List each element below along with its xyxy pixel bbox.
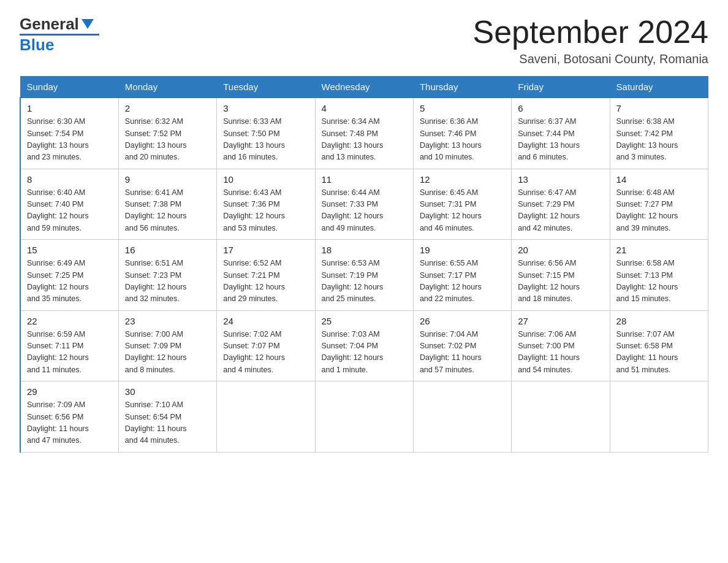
col-sunday: Sunday: [20, 77, 118, 98]
calendar-week-row: 8Sunrise: 6:40 AM Sunset: 7:40 PM Daylig…: [20, 169, 708, 240]
day-info: Sunrise: 6:47 AM Sunset: 7:29 PM Dayligh…: [518, 187, 603, 235]
day-info: Sunrise: 6:55 AM Sunset: 7:17 PM Dayligh…: [420, 258, 505, 305]
calendar-header-row: Sunday Monday Tuesday Wednesday Thursday…: [20, 77, 708, 98]
day-number: 19: [420, 245, 505, 255]
day-info: Sunrise: 6:41 AM Sunset: 7:38 PM Dayligh…: [125, 187, 210, 235]
table-row: 2Sunrise: 6:32 AM Sunset: 7:52 PM Daylig…: [118, 98, 216, 169]
day-number: 4: [322, 103, 407, 113]
logo-text-general: General: [20, 15, 79, 34]
table-row: 19Sunrise: 6:55 AM Sunset: 7:17 PM Dayli…: [413, 240, 511, 311]
day-info: Sunrise: 6:49 AM Sunset: 7:25 PM Dayligh…: [27, 258, 112, 305]
day-info: Sunrise: 7:09 AM Sunset: 6:56 PM Dayligh…: [27, 399, 112, 447]
day-info: Sunrise: 6:40 AM Sunset: 7:40 PM Dayligh…: [27, 187, 112, 235]
day-info: Sunrise: 6:56 AM Sunset: 7:15 PM Dayligh…: [518, 258, 603, 305]
day-number: 17: [223, 245, 308, 255]
table-row: 10Sunrise: 6:43 AM Sunset: 7:36 PM Dayli…: [217, 169, 315, 240]
table-row: 18Sunrise: 6:53 AM Sunset: 7:19 PM Dayli…: [315, 240, 413, 311]
table-row: 7Sunrise: 6:38 AM Sunset: 7:42 PM Daylig…: [610, 98, 708, 169]
day-info: Sunrise: 7:02 AM Sunset: 7:07 PM Dayligh…: [223, 329, 308, 377]
logo-triangle-icon: [82, 19, 94, 31]
day-info: Sunrise: 6:48 AM Sunset: 7:27 PM Dayligh…: [616, 187, 702, 235]
table-row: 29Sunrise: 7:09 AM Sunset: 6:56 PM Dayli…: [20, 381, 118, 453]
table-row: 13Sunrise: 6:47 AM Sunset: 7:29 PM Dayli…: [512, 169, 610, 240]
day-info: Sunrise: 7:00 AM Sunset: 7:09 PM Dayligh…: [125, 329, 210, 377]
day-number: 16: [125, 245, 210, 255]
table-row: 26Sunrise: 7:04 AM Sunset: 7:02 PM Dayli…: [413, 310, 511, 381]
table-row: 21Sunrise: 6:58 AM Sunset: 7:13 PM Dayli…: [610, 240, 708, 311]
col-friday: Friday: [512, 77, 610, 98]
day-number: 30: [125, 386, 210, 397]
table-row: 1Sunrise: 6:30 AM Sunset: 7:54 PM Daylig…: [20, 98, 118, 169]
location-subtitle: Saveni, Botosani County, Romania: [473, 52, 709, 66]
day-number: 29: [27, 386, 112, 397]
col-tuesday: Tuesday: [217, 77, 315, 98]
day-number: 12: [420, 174, 505, 185]
day-number: 26: [420, 316, 505, 326]
day-info: Sunrise: 6:34 AM Sunset: 7:48 PM Dayligh…: [322, 116, 407, 164]
table-row: 4Sunrise: 6:34 AM Sunset: 7:48 PM Daylig…: [315, 98, 413, 169]
page-header: General Blue September 2024 Saveni, Boto…: [20, 15, 708, 66]
logo: General Blue: [20, 15, 99, 55]
table-row: 15Sunrise: 6:49 AM Sunset: 7:25 PM Dayli…: [20, 240, 118, 311]
day-number: 24: [223, 316, 308, 326]
day-number: 1: [27, 103, 112, 113]
day-number: 27: [518, 316, 603, 326]
table-row: [413, 381, 511, 453]
day-number: 10: [223, 174, 308, 185]
day-number: 20: [518, 245, 603, 255]
table-row: [217, 381, 315, 453]
col-monday: Monday: [118, 77, 216, 98]
day-number: 28: [616, 316, 702, 326]
day-number: 23: [125, 316, 210, 326]
table-row: 24Sunrise: 7:02 AM Sunset: 7:07 PM Dayli…: [217, 310, 315, 381]
day-info: Sunrise: 7:03 AM Sunset: 7:04 PM Dayligh…: [322, 329, 407, 377]
table-row: [315, 381, 413, 453]
day-info: Sunrise: 6:33 AM Sunset: 7:50 PM Dayligh…: [223, 116, 308, 164]
table-row: 25Sunrise: 7:03 AM Sunset: 7:04 PM Dayli…: [315, 310, 413, 381]
day-info: Sunrise: 6:43 AM Sunset: 7:36 PM Dayligh…: [223, 187, 308, 235]
table-row: 12Sunrise: 6:45 AM Sunset: 7:31 PM Dayli…: [413, 169, 511, 240]
logo-text-blue: Blue: [20, 36, 54, 55]
day-number: 6: [518, 103, 603, 113]
day-number: 11: [322, 174, 407, 185]
day-number: 25: [322, 316, 407, 326]
day-number: 7: [616, 103, 702, 113]
day-info: Sunrise: 6:51 AM Sunset: 7:23 PM Dayligh…: [125, 258, 210, 305]
table-row: 9Sunrise: 6:41 AM Sunset: 7:38 PM Daylig…: [118, 169, 216, 240]
day-number: 13: [518, 174, 603, 185]
day-number: 8: [27, 174, 112, 185]
day-info: Sunrise: 7:06 AM Sunset: 7:00 PM Dayligh…: [518, 329, 603, 377]
calendar-week-row: 22Sunrise: 6:59 AM Sunset: 7:11 PM Dayli…: [20, 310, 708, 381]
day-number: 5: [420, 103, 505, 113]
table-row: 27Sunrise: 7:06 AM Sunset: 7:00 PM Dayli…: [512, 310, 610, 381]
table-row: 23Sunrise: 7:00 AM Sunset: 7:09 PM Dayli…: [118, 310, 216, 381]
day-info: Sunrise: 7:07 AM Sunset: 6:58 PM Dayligh…: [616, 329, 702, 377]
day-info: Sunrise: 6:38 AM Sunset: 7:42 PM Dayligh…: [616, 116, 702, 164]
day-number: 21: [616, 245, 702, 255]
table-row: [512, 381, 610, 453]
calendar-table: Sunday Monday Tuesday Wednesday Thursday…: [20, 76, 708, 453]
table-row: 14Sunrise: 6:48 AM Sunset: 7:27 PM Dayli…: [610, 169, 708, 240]
day-info: Sunrise: 6:36 AM Sunset: 7:46 PM Dayligh…: [420, 116, 505, 164]
day-number: 3: [223, 103, 308, 113]
calendar-week-row: 29Sunrise: 7:09 AM Sunset: 6:56 PM Dayli…: [20, 381, 708, 453]
day-info: Sunrise: 7:04 AM Sunset: 7:02 PM Dayligh…: [420, 329, 505, 377]
day-number: 18: [322, 245, 407, 255]
col-wednesday: Wednesday: [315, 77, 413, 98]
day-number: 2: [125, 103, 210, 113]
month-year-title: September 2024: [473, 15, 709, 50]
calendar-week-row: 15Sunrise: 6:49 AM Sunset: 7:25 PM Dayli…: [20, 240, 708, 311]
table-row: 28Sunrise: 7:07 AM Sunset: 6:58 PM Dayli…: [610, 310, 708, 381]
day-info: Sunrise: 6:53 AM Sunset: 7:19 PM Dayligh…: [322, 258, 407, 305]
table-row: 20Sunrise: 6:56 AM Sunset: 7:15 PM Dayli…: [512, 240, 610, 311]
table-row: 16Sunrise: 6:51 AM Sunset: 7:23 PM Dayli…: [118, 240, 216, 311]
table-row: 6Sunrise: 6:37 AM Sunset: 7:44 PM Daylig…: [512, 98, 610, 169]
svg-marker-0: [82, 19, 94, 29]
day-info: Sunrise: 7:10 AM Sunset: 6:54 PM Dayligh…: [125, 399, 210, 447]
day-info: Sunrise: 6:59 AM Sunset: 7:11 PM Dayligh…: [27, 329, 112, 377]
day-info: Sunrise: 6:45 AM Sunset: 7:31 PM Dayligh…: [420, 187, 505, 235]
day-info: Sunrise: 6:37 AM Sunset: 7:44 PM Dayligh…: [518, 116, 603, 164]
table-row: 8Sunrise: 6:40 AM Sunset: 7:40 PM Daylig…: [20, 169, 118, 240]
day-number: 9: [125, 174, 210, 185]
day-number: 14: [616, 174, 702, 185]
